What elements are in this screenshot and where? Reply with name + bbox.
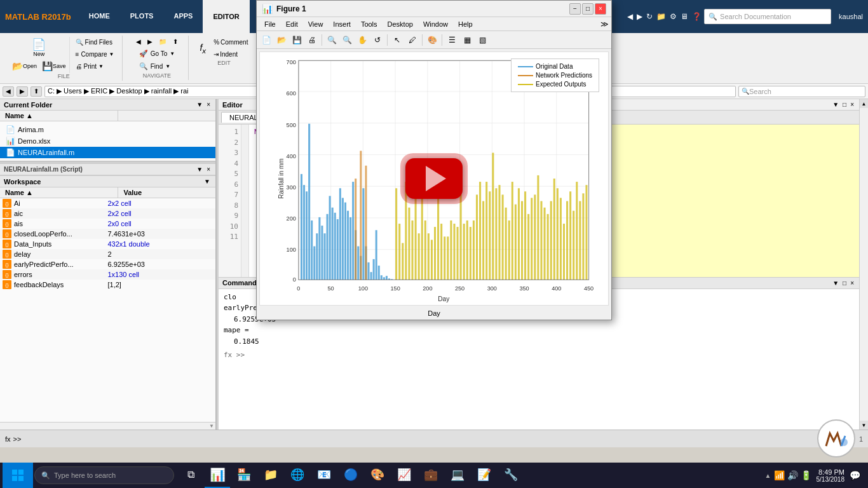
cw-minimize-button[interactable]: × xyxy=(849,279,855,287)
taskbar-files-button[interactable]: 📁 xyxy=(258,463,283,488)
addr-back-button[interactable]: ◀ xyxy=(3,86,14,97)
folder-expand-button[interactable]: ▼ xyxy=(195,100,204,109)
open-button[interactable]: 📂 Open xyxy=(10,59,39,73)
fig-colormap-button[interactable]: 🎨 xyxy=(425,33,439,47)
file-item-arima[interactable]: 📄 Arima.m xyxy=(0,124,215,135)
fig-new-button[interactable]: 📄 xyxy=(259,33,273,47)
print-button[interactable]: 🖨 Print ▼ xyxy=(72,61,118,72)
youtube-play-button[interactable] xyxy=(405,158,463,199)
taskbar-chrome-button[interactable]: 🔵 xyxy=(338,463,363,488)
taskbar-matlab-button[interactable]: 📊 xyxy=(205,463,230,488)
fig-menu-edit[interactable]: Edit xyxy=(281,19,303,29)
fig-zoom-out-button[interactable]: 🔍 xyxy=(340,33,354,47)
ws-item-ais[interactable]: {}​ ais 2x0 cell xyxy=(0,219,215,229)
tab-editor[interactable]: EDITOR xyxy=(203,0,249,33)
cw-maximize-button[interactable]: □ xyxy=(841,279,848,287)
addr-forward-button[interactable]: ▶ xyxy=(17,86,28,97)
tab-home[interactable]: HOME xyxy=(79,0,120,33)
file-item-neural[interactable]: 📄 NEURALrainfall.m xyxy=(0,147,215,158)
folder-minimize-button[interactable]: × xyxy=(205,100,212,109)
forward-icon[interactable]: ▶ xyxy=(637,12,642,21)
help-icon[interactable]: ❓ xyxy=(692,12,702,21)
ws-item-errors[interactable]: {}​ errors 1x130 cell xyxy=(0,269,215,280)
fig-open-button[interactable]: 📂 xyxy=(275,33,288,47)
monitor-icon[interactable]: 🖥 xyxy=(681,12,688,21)
find-files-button[interactable]: 🔍 Find Files xyxy=(72,37,118,48)
start-button[interactable] xyxy=(3,463,33,488)
fig-menu-more[interactable]: ≫ xyxy=(600,20,609,29)
scrollbar-down-btn[interactable]: ▼ xyxy=(860,421,868,430)
ws-minimize-button[interactable]: × xyxy=(205,165,212,173)
fig-menu-view[interactable]: View xyxy=(303,19,329,29)
cw-expand-button[interactable]: ▼ xyxy=(831,279,840,287)
taskbar-clock[interactable]: 8:49 PM 5/13/2018 xyxy=(817,468,845,483)
editor-expand-button[interactable]: ▼ xyxy=(831,100,840,109)
taskbar-search-bar[interactable]: 🔍 Type here to search xyxy=(34,466,174,484)
taskbar-store-button[interactable]: 🏪 xyxy=(231,463,257,488)
taskbar-extra2-button[interactable]: 💼 xyxy=(418,463,444,488)
notification-icon[interactable]: 💬 xyxy=(850,470,860,480)
taskbar-extra4-button[interactable]: 🔧 xyxy=(498,463,524,488)
new-button[interactable]: 📄 New xyxy=(29,37,49,59)
compare-button[interactable]: ≡ Compare ▼ xyxy=(72,49,118,60)
search-documentation-field[interactable]: 🔍 Search Documentation xyxy=(704,9,831,24)
folder-nav-button[interactable]: 📁 xyxy=(156,37,169,46)
fig-brush-button[interactable]: 🖊 xyxy=(405,33,419,47)
fig-print-button[interactable]: 🖨 xyxy=(305,33,319,47)
tab-apps[interactable]: APPS xyxy=(163,0,203,33)
fig-save-button[interactable]: 💾 xyxy=(290,33,304,47)
tab-plots[interactable]: PLOTS xyxy=(120,0,164,33)
fig-plottools-button[interactable]: ▦ xyxy=(460,33,474,47)
ws-name-header[interactable]: Name ▲ xyxy=(0,187,118,198)
ws-item-aic[interactable]: {}​ aic 2x2 cell xyxy=(0,208,215,219)
fig-menu-help[interactable]: Help xyxy=(453,19,478,29)
fig-pan-button[interactable]: ✋ xyxy=(355,33,369,47)
find-button[interactable]: 🔍 Find ▼ xyxy=(135,60,179,72)
ws-item-data[interactable]: {}​ Data_Inputs 432x1 double xyxy=(0,239,215,249)
ws-item-delay[interactable]: {}​ delay 2 xyxy=(0,249,215,259)
taskbar-edge-button[interactable]: 🌐 xyxy=(285,463,310,488)
back-nav-button[interactable]: ◀ xyxy=(133,37,144,46)
ws-item-feedback[interactable]: {}​ feedbackDelays [1,2] xyxy=(0,280,215,290)
ws-item-closed[interactable]: {}​ closedLoopPerfo... 7.4631e+03 xyxy=(0,229,215,239)
figure-minimize-button[interactable]: − xyxy=(569,3,581,15)
taskbar-extra1-button[interactable]: 📈 xyxy=(391,463,417,488)
taskbar-email-button[interactable]: 📧 xyxy=(311,463,337,488)
ws-item-early[interactable]: {}​ earlyPredictPerfo... 6.9255e+03 xyxy=(0,259,215,269)
ws-options-button[interactable]: ▼ xyxy=(203,177,212,186)
right-scrollbar[interactable]: ▲ ▼ xyxy=(859,99,868,430)
fig-rotate-button[interactable]: ↺ xyxy=(370,33,384,47)
taskbar-photoshop-button[interactable]: 🎨 xyxy=(365,463,390,488)
fig-properties-button[interactable]: ▧ xyxy=(475,33,489,47)
fig-zoom-in-button[interactable]: 🔍 xyxy=(325,33,339,47)
fig-menu-window[interactable]: Window xyxy=(418,19,453,29)
addr-up-button[interactable]: ⬆ xyxy=(31,86,42,97)
settings-icon[interactable]: ⚙ xyxy=(670,12,677,21)
fig-legend-button[interactable]: ☰ xyxy=(445,33,459,47)
figure-close-button[interactable]: × xyxy=(595,3,606,15)
scrollbar-up-btn[interactable]: ▲ xyxy=(860,99,868,108)
address-search[interactable]: 🔍 Search xyxy=(738,86,865,97)
comment-button[interactable]: % Comment xyxy=(210,37,251,48)
file-item-demo[interactable]: 📊 Demo.xlsx xyxy=(0,135,215,147)
taskbar-extra3-button[interactable]: 💻 xyxy=(445,463,470,488)
go-to-button[interactable]: 🚀 Go To ▼ xyxy=(135,48,179,60)
fig-select-button[interactable]: ↖ xyxy=(390,33,404,47)
ws-value-header[interactable]: Value xyxy=(118,187,215,198)
taskbar-multiview-button[interactable]: ⧉ xyxy=(178,463,203,488)
editor-close-button[interactable]: × xyxy=(849,100,855,109)
fig-menu-tools[interactable]: Tools xyxy=(356,19,383,29)
cmd-prompt-line[interactable]: fx >> xyxy=(224,349,854,361)
ws-item-ai[interactable]: {}​ Ai 2x2 cell xyxy=(0,198,215,208)
save-button[interactable]: 💾 Save xyxy=(40,59,68,73)
folder-icon[interactable]: 📁 xyxy=(656,12,666,21)
fig-menu-file[interactable]: File xyxy=(259,19,281,29)
name-column-header[interactable]: Name ▲ xyxy=(0,111,118,121)
fig-menu-insert[interactable]: Insert xyxy=(328,19,356,29)
tray-up-icon[interactable]: ▲ xyxy=(765,472,771,479)
fig-menu-desktop[interactable]: Desktop xyxy=(383,19,418,29)
editor-maximize-button[interactable]: □ xyxy=(841,100,848,109)
refresh-icon[interactable]: ↻ xyxy=(646,12,653,21)
indent-button[interactable]: ⇥ Indent xyxy=(210,49,251,60)
youtube-overlay[interactable] xyxy=(405,158,463,199)
